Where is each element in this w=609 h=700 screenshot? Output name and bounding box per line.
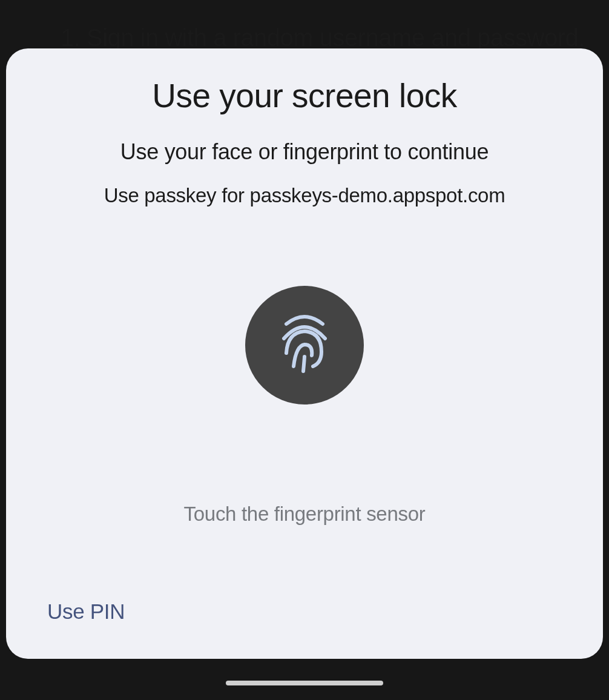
use-pin-button[interactable]: Use PIN [45, 595, 127, 629]
fingerprint-icon [274, 311, 335, 380]
dialog-title: Use your screen lock [152, 76, 457, 115]
passkey-domain-text: Use passkey for passkeys-demo.appspot.co… [104, 184, 505, 207]
biometric-dialog: Use your screen lock Use your face or fi… [6, 48, 603, 659]
background-step-text: 1. Sign in with a random username and pa… [61, 24, 585, 51]
sensor-hint: Touch the fingerprint sensor [184, 503, 426, 526]
dialog-subtitle: Use your face or fingerprint to continue [120, 139, 489, 165]
navigation-bar-handle[interactable] [226, 681, 383, 685]
dialog-footer: Use PIN [45, 595, 564, 629]
fingerprint-sensor[interactable] [245, 286, 364, 404]
